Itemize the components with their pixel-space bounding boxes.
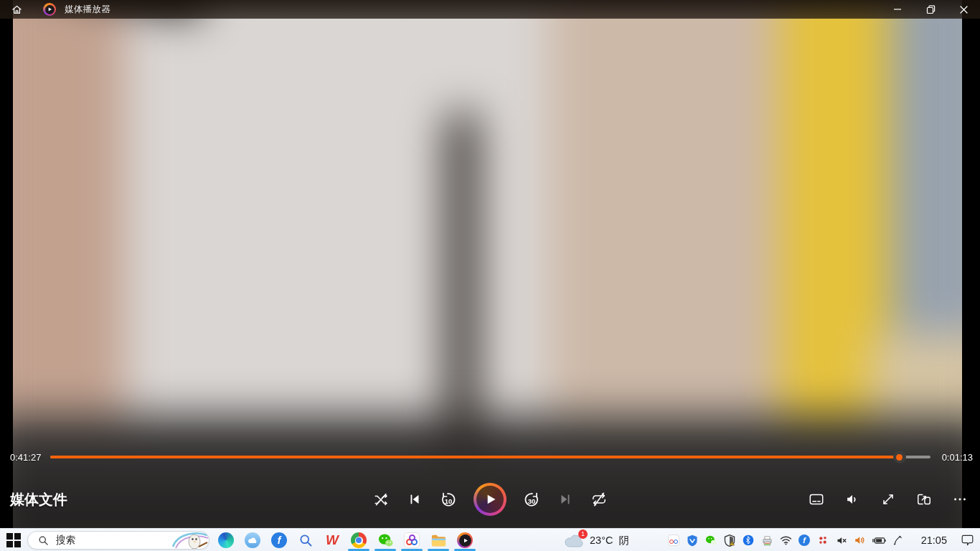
abstract-video-placeholder: [13, 0, 962, 528]
current-time: 0:41:27: [10, 452, 41, 463]
taskbar-app-chrome[interactable]: [350, 532, 367, 549]
search-highlight-image: [167, 531, 209, 550]
shuffle-off-icon[interactable]: [372, 491, 390, 508]
window-controls: [881, 0, 980, 19]
weather-condition: 阴: [618, 534, 629, 547]
screen: 0:41:27 0:01:13 媒体文件: [0, 0, 980, 551]
taskbar-app-media-player[interactable]: [456, 532, 473, 549]
repeat-off-icon[interactable]: [590, 491, 608, 508]
weather-temperature: 23°C: [590, 534, 613, 546]
pinned-apps: f W: [217, 532, 473, 549]
svg-text:10: 10: [445, 497, 453, 505]
taskbar-app-wechat[interactable]: [377, 532, 394, 549]
close-button[interactable]: [947, 0, 980, 19]
tray-pen-icon[interactable]: [891, 534, 905, 547]
start-button[interactable]: [6, 533, 22, 547]
weather-widget[interactable]: 1 23°C 阴: [564, 529, 629, 551]
taskbar-clock[interactable]: 21:05: [921, 534, 947, 546]
previous-track-icon[interactable]: [406, 491, 423, 508]
svg-text:30: 30: [528, 497, 536, 505]
volume-icon[interactable]: [844, 491, 861, 508]
next-track-icon[interactable]: [557, 491, 574, 508]
taskbar-app-cloud-browser[interactable]: [244, 532, 261, 549]
play-button[interactable]: [473, 483, 507, 516]
tray-red-cluster-icon[interactable]: [816, 534, 830, 547]
home-icon: [11, 4, 23, 16]
seek-handle[interactable]: [893, 451, 906, 463]
tray-speaker-muted-icon[interactable]: [835, 534, 849, 547]
weather-badge: 1: [578, 529, 588, 539]
progress-fill: [50, 456, 899, 458]
player-controls: 媒体文件 10: [0, 481, 980, 518]
app-logo-icon: [43, 3, 56, 16]
transport-controls: 10 30: [372, 483, 608, 516]
tray-security-shield-icon[interactable]: [686, 534, 699, 547]
taskbar-search[interactable]: 搜索: [27, 531, 209, 550]
search-icon: [38, 535, 49, 546]
windows-logo-icon: [6, 533, 21, 547]
system-tray: f: [667, 529, 974, 551]
minimize-button[interactable]: [881, 0, 914, 19]
tray-printer-icon[interactable]: [760, 534, 774, 547]
mini-player-icon[interactable]: [915, 491, 933, 508]
seek-timeline: 0:41:27 0:01:13: [0, 451, 980, 463]
video-stage: 0:41:27 0:01:13 媒体文件: [0, 0, 980, 528]
more-options-icon[interactable]: [951, 491, 969, 508]
taskbar-app-flash[interactable]: f: [270, 532, 288, 549]
tray-defender-alert-icon[interactable]: [723, 534, 737, 547]
taskbar-app-search-tool[interactable]: [297, 532, 314, 549]
skip-forward-30-icon[interactable]: 30: [523, 491, 540, 508]
captions-icon[interactable]: [808, 491, 825, 508]
tray-speaker-icon[interactable]: [854, 534, 867, 547]
taskbar-app-meeting[interactable]: [403, 532, 420, 549]
secondary-controls: [808, 491, 969, 508]
tray-wechat-icon[interactable]: [705, 534, 718, 547]
app-title: 媒体播放器: [65, 4, 110, 16]
video-title: 媒体文件: [10, 490, 67, 509]
home-button[interactable]: [0, 0, 33, 19]
search-label: 搜索: [56, 534, 167, 547]
taskbar-app-file-explorer[interactable]: [430, 532, 447, 549]
tray-meeting-icon[interactable]: [667, 534, 681, 547]
remaining-time: 0:01:13: [942, 452, 973, 463]
skip-back-10-icon[interactable]: 10: [440, 491, 457, 508]
fullscreen-icon[interactable]: [880, 491, 897, 508]
window-titlebar: 媒体播放器: [0, 0, 980, 19]
video-frame-placeholder[interactable]: [13, 0, 962, 528]
tray-flash-icon[interactable]: f: [798, 534, 811, 547]
tray-wifi-icon[interactable]: [779, 534, 793, 547]
play-icon: [483, 492, 497, 507]
taskbar-app-edge[interactable]: [217, 532, 235, 549]
weather-cloud-icon: 1: [564, 532, 584, 548]
tray-battery-icon[interactable]: [872, 534, 886, 547]
seek-bar[interactable]: [50, 451, 930, 463]
taskbar: 搜索 f: [0, 528, 980, 551]
restore-button[interactable]: [914, 0, 947, 19]
taskbar-app-wps[interactable]: W: [324, 532, 341, 549]
tray-bluetooth-icon[interactable]: [742, 534, 755, 547]
notification-center-icon[interactable]: [961, 534, 974, 547]
